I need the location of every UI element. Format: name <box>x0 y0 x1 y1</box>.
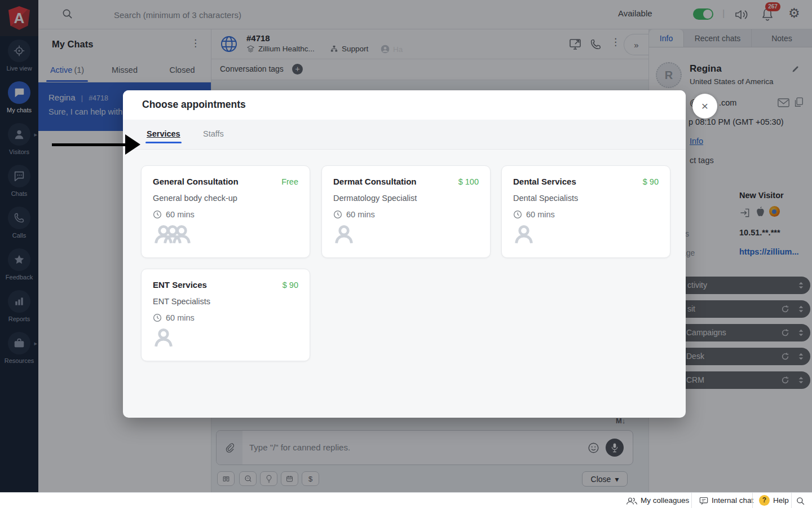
service-name: ENT Services <box>153 280 207 290</box>
status-bar: My colleagues Internal chat ? Help <box>0 492 812 508</box>
service-duration: 60 mins <box>166 210 195 219</box>
service-price: $ 90 <box>283 281 298 290</box>
service-description: Dental Specialists <box>513 194 659 203</box>
service-duration: 60 mins <box>526 210 555 219</box>
tab-staffs[interactable]: Staffs <box>203 129 224 138</box>
service-price: Free <box>281 177 298 186</box>
app-window: Available | 267 ⚙ | A Live view My chats… <box>0 0 812 508</box>
staff-ghost-icon <box>153 327 174 348</box>
service-description: ENT Specialists <box>153 297 298 306</box>
service-duration: 60 mins <box>166 313 195 322</box>
service-description: Dermatology Specialist <box>333 194 479 203</box>
staff-ghost-icon <box>171 224 192 245</box>
clock-icon <box>153 313 162 322</box>
service-name: Dental Services <box>513 177 576 186</box>
staff-avatars <box>333 224 479 245</box>
staff-ghost-icon <box>333 224 355 245</box>
status-search-icon[interactable] <box>796 497 805 505</box>
service-price: $ 90 <box>643 177 659 186</box>
service-card-ent-services[interactable]: ENT Services $ 90 ENT Specialists 60 min… <box>141 269 310 361</box>
service-card-dental-services[interactable]: Dental Services $ 90 Dental Specialists … <box>501 165 670 258</box>
staff-ghost-icon <box>513 224 535 245</box>
modal-close-button[interactable]: × <box>692 94 717 119</box>
staff-avatars <box>153 327 298 348</box>
service-name: Dermat Consultation <box>333 177 417 186</box>
modal-tab-band: Services Staffs <box>123 120 686 150</box>
service-duration: 60 mins <box>346 210 375 219</box>
close-icon: × <box>701 99 708 113</box>
tab-services[interactable]: Services <box>147 129 180 138</box>
clock-icon <box>153 210 162 219</box>
service-name: General Consultation <box>153 177 239 186</box>
help-button[interactable]: Help <box>773 496 789 505</box>
service-price: $ 100 <box>458 177 479 186</box>
service-card-general-consultation[interactable]: General Consultation Free General body c… <box>141 165 310 258</box>
internal-chat-icon <box>699 497 708 505</box>
colleagues-icon <box>626 497 638 505</box>
my-colleagues-button[interactable]: My colleagues <box>641 496 689 505</box>
clock-icon <box>333 210 342 219</box>
help-icon[interactable]: ? <box>759 495 770 506</box>
staff-avatars <box>513 224 659 245</box>
modal-title: Choose appointments <box>142 99 246 111</box>
modal-header: Choose appointments <box>123 90 686 120</box>
choose-appointments-modal: Choose appointments × Services Staffs Ge… <box>123 90 686 418</box>
service-description: General body check-up <box>153 194 298 203</box>
clock-icon <box>513 210 522 219</box>
internal-chat-button[interactable]: Internal chat <box>712 496 753 505</box>
service-card-dermat-consultation[interactable]: Dermat Consultation $ 100 Dermatology Sp… <box>321 165 491 258</box>
staff-avatars <box>153 224 298 245</box>
